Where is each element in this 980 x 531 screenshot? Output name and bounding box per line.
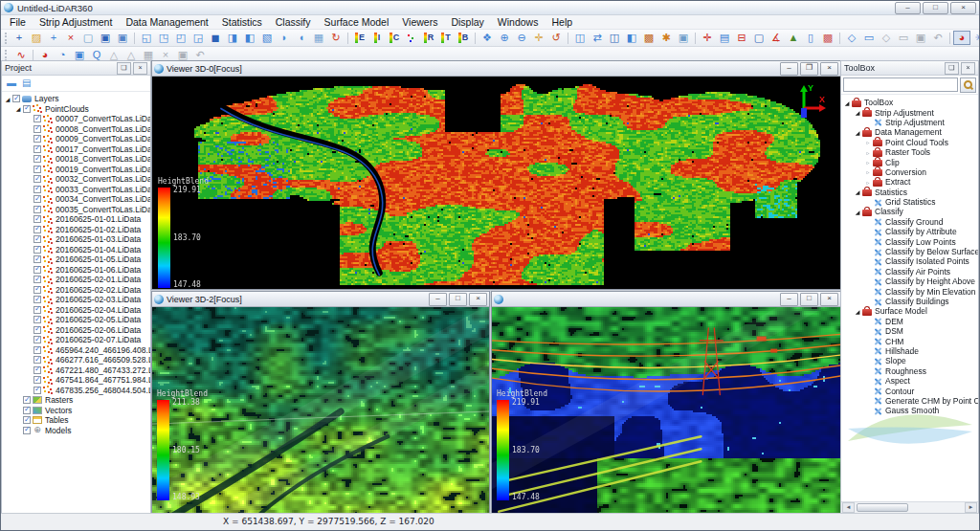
scrollbar-thumb[interactable]: [857, 503, 908, 512]
toolbox-category[interactable]: ▹Conversion: [841, 167, 978, 177]
viewer-close-button[interactable]: ×: [820, 293, 838, 306]
toolbox-tool[interactable]: Strip Adjustment: [841, 118, 978, 127]
visibility-checkbox[interactable]: [33, 336, 41, 343]
menu-surface-model[interactable]: Surface Model: [318, 15, 396, 29]
window-maximize-button[interactable]: □: [923, 2, 948, 14]
layer-group-rasters[interactable]: Rasters: [2, 395, 150, 406]
select-rectangle-icon[interactable]: ▭: [860, 31, 878, 45]
orthographic-camera-icon[interactable]: ◖: [293, 31, 310, 45]
layer-group-pointclouds[interactable]: ◢PointClouds: [2, 104, 150, 115]
expander-icon[interactable]: ◢: [4, 96, 11, 102]
layer-group-models[interactable]: ⊕Models: [2, 426, 150, 436]
zoom-out-icon[interactable]: ⊖: [513, 31, 530, 45]
measure-volume-icon[interactable]: ▯: [802, 31, 819, 45]
layer-group-vectors[interactable]: Vectors: [2, 406, 150, 416]
layer-item[interactable]: 00017_ConvertToLas.LiData: [2, 144, 150, 155]
layer-item[interactable]: 20160625-02-06.LiData: [2, 325, 150, 336]
viewer-maximize-button[interactable]: □: [449, 293, 467, 306]
visibility-checkbox[interactable]: [33, 387, 41, 394]
toolbox-float-button[interactable]: ❏: [945, 62, 959, 75]
select-polygon-icon[interactable]: ◇: [843, 31, 860, 45]
toolbox-tool[interactable]: CHM: [841, 336, 978, 345]
project-float-button[interactable]: ❏: [117, 62, 131, 75]
expander-icon[interactable]: ◢: [854, 188, 861, 195]
expander-icon[interactable]: ◢: [854, 308, 861, 315]
visibility-checkbox[interactable]: [33, 356, 41, 364]
visibility-checkbox[interactable]: [33, 235, 41, 243]
layer-item[interactable]: 00032_ConvertToLas.LiData: [2, 174, 150, 185]
layer-item[interactable]: 20160625-01-05.LiData: [2, 254, 150, 265]
expander-icon[interactable]: ◢: [854, 129, 861, 136]
toolbox-category[interactable]: ◢Surface Model: [841, 306, 978, 316]
menu-classify[interactable]: Classify: [269, 15, 318, 29]
expander-icon[interactable]: ◢: [14, 105, 22, 112]
toolbox-tool[interactable]: Classify Air Points: [841, 267, 978, 277]
visibility-checkbox[interactable]: [33, 155, 41, 163]
visibility-checkbox[interactable]: [33, 246, 41, 254]
perspective-camera-icon[interactable]: ◗: [276, 31, 293, 45]
visibility-checkbox[interactable]: [33, 226, 41, 233]
new-document-icon[interactable]: ▢: [79, 31, 97, 45]
scroll-left-icon[interactable]: ◄: [842, 502, 855, 513]
visibility-checkbox[interactable]: [33, 255, 41, 263]
layer-item[interactable]: 20160625-01-01.LiData: [2, 214, 150, 225]
layer-item[interactable]: 00008_ConvertToLas.LiData: [2, 124, 150, 135]
visibility-checkbox[interactable]: [33, 166, 41, 173]
visibility-checkbox[interactable]: [33, 115, 41, 122]
expander-icon[interactable]: ▹: [864, 159, 872, 166]
menu-file[interactable]: File: [3, 15, 33, 29]
visibility-checkbox[interactable]: [33, 195, 41, 203]
viewer-close-button[interactable]: ×: [820, 62, 838, 76]
toolbox-tool[interactable]: Gauss Smooth: [841, 406, 978, 415]
axis-grid-icon[interactable]: ▦: [310, 31, 327, 45]
bottom-view-icon[interactable]: ◨: [224, 31, 241, 45]
toolbox-category[interactable]: ▹Raster Tools: [841, 147, 978, 157]
toolbox-tool[interactable]: Contour: [841, 386, 978, 395]
menu-strip-adjustment[interactable]: Strip Adjustment: [33, 15, 119, 29]
visibility-checkbox[interactable]: [33, 306, 41, 314]
visibility-checkbox[interactable]: [33, 276, 41, 283]
toolbox-category[interactable]: ◢Classify: [841, 207, 978, 216]
viewer-minimize-button[interactable]: –: [780, 293, 798, 306]
right-view-icon[interactable]: ◲: [189, 31, 207, 45]
menu-viewers[interactable]: Viewers: [395, 15, 444, 29]
toolbox-tool[interactable]: DSM: [841, 326, 978, 336]
expander-icon[interactable]: ◢: [854, 109, 861, 116]
open-project-icon[interactable]: ▨: [28, 31, 45, 45]
cross-section-icon[interactable]: ⊟: [733, 31, 750, 45]
toolbox-tool[interactable]: Classify by Min Elevation: [841, 286, 978, 296]
visibility-checkbox[interactable]: [23, 396, 31, 404]
layer-item[interactable]: 467541.864_467751.984.LiData: [2, 375, 150, 386]
visibility-checkbox[interactable]: [33, 145, 41, 153]
layer-item[interactable]: 466277.616_466509.528.LiData: [2, 355, 150, 365]
pan-icon[interactable]: ✛: [530, 31, 547, 45]
viewer-maximize-button[interactable]: □: [800, 293, 818, 306]
visibility-checkbox[interactable]: [23, 427, 31, 434]
cube-view-icon[interactable]: ▧: [258, 31, 276, 45]
class-render-icon[interactable]: ◕: [953, 31, 970, 45]
zoom-in-icon[interactable]: ⊕: [496, 31, 513, 45]
window-minimize-button[interactable]: –: [895, 2, 921, 14]
visibility-checkbox[interactable]: [33, 326, 41, 334]
display-by-rgb-icon[interactable]: [403, 31, 420, 45]
toolbox-tool[interactable]: Classify by Below Surface: [841, 247, 978, 256]
expander-icon[interactable]: ▹: [864, 149, 872, 156]
toolbox-category[interactable]: ▹Clip: [841, 157, 978, 166]
toolbox-horizontal-scrollbar[interactable]: ◄ ►: [841, 501, 978, 513]
visibility-checkbox[interactable]: [23, 105, 31, 113]
layer-group-tables[interactable]: Tables: [2, 415, 150, 426]
split-window-icon[interactable]: ◧: [623, 31, 640, 45]
layer-item[interactable]: 20160625-02-01.LiData: [2, 275, 150, 285]
menu-display[interactable]: Display: [444, 15, 490, 29]
toolbox-tool[interactable]: Generate CHM by Point Cloud: [841, 396, 978, 406]
screenshot-icon[interactable]: ▣: [675, 31, 692, 45]
scroll-right-icon[interactable]: ►: [965, 502, 977, 513]
toolbox-tool[interactable]: Classify by Height Above Ground: [841, 277, 978, 286]
full-extent-icon[interactable]: ❖: [479, 31, 496, 45]
layer-item[interactable]: 465964.240_466196.408.LiData: [2, 345, 150, 356]
display-by-class-icon[interactable]: C: [386, 31, 403, 45]
toolbox-category[interactable]: ◢Strip Adjustment: [841, 107, 978, 117]
toolbox-tool[interactable]: Hillshade: [841, 346, 978, 356]
layer-item[interactable]: 20160625-02-05.LiData: [2, 315, 150, 325]
snowflake-icon[interactable]: ✳: [970, 31, 979, 45]
